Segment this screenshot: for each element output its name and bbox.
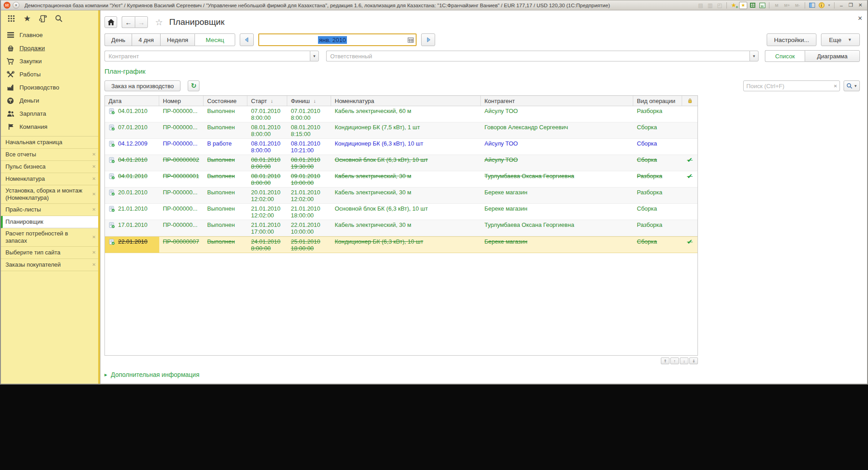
minimize-button[interactable]: – xyxy=(837,2,845,9)
column-operation[interactable]: Вид операции xyxy=(633,96,682,106)
column-number[interactable]: Номер xyxy=(159,96,204,106)
table-row[interactable]: 20.01.2010 ПР-000000... Выполнен 20.01.2… xyxy=(105,188,697,204)
sidebar-page-item[interactable]: Выберите тип сайта ✕ xyxy=(1,247,98,259)
sidebar-section-3[interactable]: Закупки xyxy=(1,55,98,68)
contragent-dropdown-icon[interactable]: ▼ xyxy=(310,51,319,61)
sort-desc-icon: ↓ xyxy=(313,98,316,103)
contragent-filter-input[interactable] xyxy=(104,51,310,61)
table-row[interactable]: 21.01.2010 ПР-000000... Выполнен 21.01.2… xyxy=(105,204,697,220)
period-input[interactable]: янв. 2010 xyxy=(258,33,417,46)
sidebar-page-item[interactable]: Расчет потребностей в запасах ✕ xyxy=(1,228,98,247)
sidebar-page-item[interactable]: Пульс бизнеса ✕ xyxy=(1,161,98,173)
sidebar-section-label: Деньги xyxy=(19,97,39,104)
sidebar-section-6[interactable]: Деньги xyxy=(1,94,98,107)
close-button[interactable]: ✕ xyxy=(856,2,864,9)
search-icon[interactable] xyxy=(53,13,65,24)
close-page-icon[interactable]: ✕ xyxy=(92,151,96,158)
chevron-right-icon: ▸ xyxy=(104,371,107,378)
info-dropdown-icon[interactable]: ▾ xyxy=(827,2,831,9)
close-page-icon[interactable]: ✕ xyxy=(92,163,96,170)
column-date[interactable]: Дата xyxy=(105,96,159,106)
sidebar-page-item[interactable]: Планировщик xyxy=(1,216,98,228)
sidebar-page-item[interactable]: Начальная страница xyxy=(1,136,98,149)
calculator-table-icon[interactable] xyxy=(749,2,757,9)
sidebar-section-label: Работы xyxy=(19,71,41,78)
favorite-star-icon[interactable]: ☆ xyxy=(155,17,163,28)
save-icon: ▤ xyxy=(697,2,705,9)
view-day-button[interactable]: День xyxy=(104,33,132,46)
sidebar-section-8[interactable]: Компания xyxy=(1,120,98,133)
sections-grid-icon[interactable] xyxy=(5,13,17,24)
sidebar-section-2[interactable]: Продажи xyxy=(1,42,98,55)
table-row[interactable]: 04.01.2010 ПР-00000001 Выполнен 08.01.20… xyxy=(105,171,697,188)
responsible-dropdown-icon[interactable]: ▼ xyxy=(749,51,759,61)
sidebar-section-4[interactable]: Работы xyxy=(1,68,98,81)
table-row[interactable]: 07.01.2010 ПР-000000... Выполнен 08.01.2… xyxy=(105,122,697,139)
close-page-icon[interactable]: ✕ xyxy=(92,261,96,268)
search-input[interactable] xyxy=(744,83,831,89)
table-row[interactable]: 22.01.2010 ПР-00000007 Выполнен 24.01.20… xyxy=(105,236,697,253)
table-row[interactable]: 04.01.2010 ПР-000000... Выполнен 07.01.2… xyxy=(105,106,697,122)
column-start[interactable]: Старт↓ xyxy=(247,96,287,106)
favorites-star-icon[interactable]: ★ xyxy=(21,13,33,24)
settings-button[interactable]: Настройки... xyxy=(767,33,816,46)
sidebar-section-7[interactable]: Зарплата xyxy=(1,107,98,120)
column-state[interactable]: Состояние xyxy=(204,96,247,106)
sidebar-page-item[interactable]: Номенклатура ✕ xyxy=(1,173,98,185)
sidebar-page-item[interactable]: Прайс-листы ✕ xyxy=(1,204,98,216)
close-page-icon[interactable]: ✕ xyxy=(92,175,96,183)
close-page-icon[interactable]: ✕ xyxy=(92,234,96,241)
refresh-button[interactable]: ↻ xyxy=(188,80,199,91)
panels-layout-icon[interactable] xyxy=(808,2,816,9)
add-favorite-star-icon[interactable]: ★+ xyxy=(730,2,738,9)
column-finish[interactable]: Финиш↓ xyxy=(287,96,331,106)
info-icon[interactable]: i xyxy=(817,2,825,9)
close-page-icon[interactable]: ✕ xyxy=(92,249,96,256)
close-form-icon[interactable]: ✕ xyxy=(858,15,863,22)
sidebar-page-label: Планировщик xyxy=(5,218,43,226)
history-icon[interactable] xyxy=(37,13,49,24)
close-page-icon[interactable]: ✕ xyxy=(92,206,96,213)
sidebar-page-item[interactable]: Заказы покупателей ✕ xyxy=(1,259,98,271)
sidebar-page-item[interactable]: Установка, сборка и монтаж (Номенклатура… xyxy=(1,185,98,204)
back-button[interactable]: ← xyxy=(122,16,135,28)
scroll-down-button[interactable]: ↓ xyxy=(680,357,688,364)
search-button[interactable]: ▼ xyxy=(844,80,860,91)
restore-button[interactable]: ❐ xyxy=(847,2,855,9)
forward-button[interactable]: → xyxy=(135,16,148,28)
view-4days-button[interactable]: 4 дня xyxy=(132,33,160,46)
view-month-button[interactable]: Месяц xyxy=(194,33,235,46)
more-button[interactable]: Еще▼ xyxy=(821,33,860,46)
scroll-to-bottom-button[interactable]: ⇓ xyxy=(689,357,698,364)
sidebar-section-label: Продажи xyxy=(19,45,45,52)
additional-info-link[interactable]: Дополнительная информация xyxy=(111,371,199,378)
column-contragent[interactable]: Контрагент xyxy=(481,96,633,106)
sidebar-page-item[interactable]: Все отчеты ✕ xyxy=(1,149,98,161)
home-button[interactable] xyxy=(104,16,117,28)
view-week-button[interactable]: Неделя xyxy=(160,33,194,46)
scroll-to-top-button[interactable]: ⇑ xyxy=(661,357,669,364)
table-row[interactable]: 04.12.2009 ПР-000000... В работе 08.01.2… xyxy=(105,139,697,155)
production-order-button[interactable]: Заказ на производство xyxy=(104,80,180,91)
clear-search-icon[interactable]: ✕ xyxy=(831,84,840,89)
table-row[interactable]: 17.01.2010 ПР-000000... Выполнен 21.01.2… xyxy=(105,220,697,236)
main-menu-button[interactable]: ▾ xyxy=(13,2,19,9)
calendar-picker-icon[interactable] xyxy=(406,37,416,43)
sidebar-section-5[interactable]: Производство xyxy=(1,81,98,94)
additional-info-bar[interactable]: ▸ Дополнительная информация xyxy=(104,369,860,380)
sidebar-section-label: Производство xyxy=(19,84,59,91)
column-nomenclature[interactable]: Номенклатура xyxy=(331,96,481,106)
responsible-filter-input[interactable] xyxy=(326,51,749,61)
period-value: янв. 2010 xyxy=(318,36,346,44)
calendar-icon[interactable]: 31 xyxy=(758,2,766,9)
table-row[interactable]: 04.01.2010 ПР-00000002 Выполнен 08.01.20… xyxy=(105,155,697,171)
previous-period-button[interactable] xyxy=(240,33,254,46)
next-period-button[interactable] xyxy=(421,33,435,46)
close-page-icon[interactable]: ✕ xyxy=(92,191,96,198)
sidebar-section-1[interactable]: Главное xyxy=(1,28,98,42)
scroll-up-button[interactable]: ↑ xyxy=(670,357,679,364)
diagram-view-button[interactable]: Диаграмма xyxy=(805,50,860,62)
list-view-button[interactable]: Список xyxy=(765,50,805,62)
favorites-list-icon[interactable]: ★ xyxy=(739,2,747,9)
sidebar-section-label: Компания xyxy=(19,123,47,130)
